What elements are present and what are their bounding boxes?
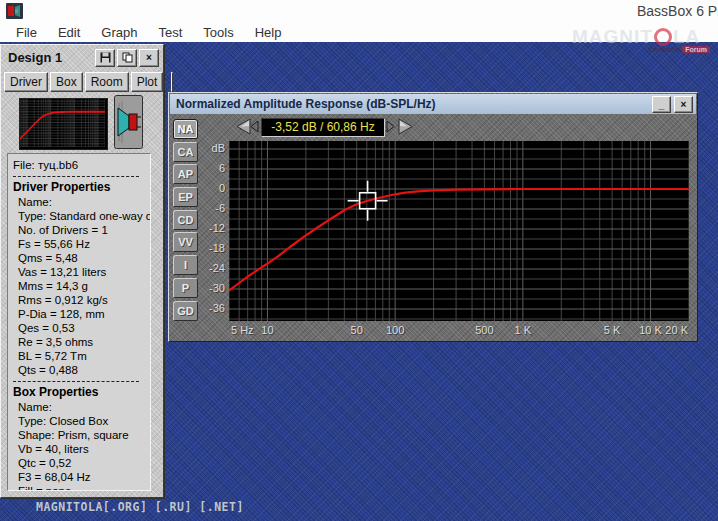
y-tick--18: -18 (197, 242, 225, 254)
y-tick--12: -12 (197, 222, 225, 234)
graph-tab-ap[interactable]: AP (173, 164, 198, 184)
graph-type-buttons: NACAAPEPCDVVIPGD (173, 119, 198, 321)
close-design-button[interactable]: × (139, 49, 159, 67)
box-property-line: F3 = 68,04 Hz (13, 470, 150, 484)
driver-property-line: No. of Drivers = 1 (13, 223, 150, 237)
driver-property-line: P-Dia = 128, mm (13, 307, 150, 321)
app-desktop: Design 1 × Dr (0, 42, 718, 521)
box-property-line: Name: (13, 400, 150, 414)
graph-tab-cd[interactable]: CD (173, 210, 198, 230)
speaker-box-icon (114, 95, 143, 149)
graph-tab-ep[interactable]: EP (173, 187, 198, 207)
box-property-line: Qtc = 0,52 (13, 456, 150, 470)
design-panel-titlebar[interactable]: Design 1 × (3, 47, 161, 68)
bassbox-app-window: BassBox 6 Pr FileEditGraphTestToolsHelp … (0, 0, 718, 521)
driver-property-line: Qts = 0,488 (13, 363, 150, 377)
save-button[interactable] (95, 49, 115, 67)
x-tick-20k: 20 K (665, 324, 688, 336)
driver-property-line: Mms = 14,3 g (13, 279, 150, 293)
y-tick--6: -6 (197, 202, 225, 214)
driver-properties-list: Name:Type: Standard one-way drivNo. of D… (13, 195, 150, 377)
close-graph-button[interactable]: × (674, 96, 693, 113)
save-icon (100, 52, 111, 63)
x-tick-1k: 1 K (515, 324, 532, 336)
driver-property-line: Fs = 55,66 Hz (13, 237, 150, 251)
close-icon: × (146, 52, 152, 63)
menu-file[interactable]: File (8, 24, 45, 41)
minimize-button[interactable]: _ (652, 96, 671, 113)
box-property-line: Fill = none (13, 484, 150, 491)
x-tick-100: 100 (386, 324, 404, 336)
plot-color-swatch[interactable] (171, 72, 173, 92)
step-left-button[interactable] (249, 118, 260, 135)
close-icon: × (681, 100, 687, 109)
graph-window: Normalized Amplitude Response (dB-SPL/Hz… (168, 92, 698, 342)
copy-icon (122, 52, 133, 63)
graph-window-title: Normalized Amplitude Response (dB-SPL/Hz… (170, 97, 652, 111)
driver-property-line: Rms = 0,912 kg/s (13, 293, 150, 307)
duplicate-button[interactable] (117, 49, 137, 67)
graph-tab-i[interactable]: I (173, 255, 198, 275)
cursor-readout-display: -3,52 dB / 60,86 Hz (261, 118, 385, 137)
tab-driver[interactable]: Driver (4, 72, 48, 92)
amplitude-plot[interactable] (229, 141, 689, 321)
x-tick-50: 50 (351, 324, 363, 336)
driver-property-line: Type: Standard one-way driv (13, 209, 150, 223)
x-tick-5k: 5 K (604, 324, 621, 336)
box-properties-list: Name:Type: Closed BoxShape: Prism, squar… (13, 400, 150, 491)
x-tick-500: 500 (475, 324, 493, 336)
driver-property-line: Qes = 0,53 (13, 321, 150, 335)
menu-edit[interactable]: Edit (50, 24, 88, 41)
plot-background (229, 141, 689, 321)
x-tick-5hz: 5 Hz (231, 324, 254, 336)
separator (13, 176, 139, 177)
bassbox-app-icon (6, 3, 23, 19)
step-right-fast-button[interactable] (397, 118, 414, 135)
step-right-button[interactable] (385, 118, 396, 135)
graph-tab-vv[interactable]: VV (173, 232, 198, 252)
graph-tab-gd[interactable]: GD (173, 301, 198, 321)
y-tick--30: -30 (197, 282, 225, 294)
graph-tab-na[interactable]: NA (173, 119, 198, 139)
tab-room[interactable]: Room (85, 72, 129, 92)
graph-window-titlebar[interactable]: Normalized Amplitude Response (dB-SPL/Hz… (170, 94, 696, 114)
y-tick--36: -36 (197, 302, 225, 314)
driver-property-line: Qms = 5,48 (13, 251, 150, 265)
separator (13, 381, 139, 382)
design-panel-title: Design 1 (3, 50, 95, 65)
main-titlebar: BassBox 6 Pr (0, 0, 718, 22)
y-tick-db: dB (197, 142, 225, 154)
cursor-readout-row: -3,52 dB / 60,86 Hz (169, 115, 697, 139)
box-property-line: Type: Closed Box (13, 414, 150, 428)
response-thumbnail (19, 98, 108, 150)
menu-tools[interactable]: Tools (195, 24, 241, 41)
tab-box[interactable]: Box (50, 72, 83, 92)
properties-info-box: File: туц.bb6 Driver Properties Name:Typ… (7, 153, 151, 491)
x-tick-10: 10 (261, 324, 273, 336)
y-tick--24: -24 (197, 262, 225, 274)
tab-plot[interactable]: Plot (131, 72, 164, 92)
menu-graph[interactable]: Graph (93, 24, 145, 41)
driver-properties-heading: Driver Properties (13, 180, 150, 194)
box-property-line: Vb = 40, liters (13, 442, 150, 456)
design-panel-tabs: DriverBoxRoomPlot (4, 71, 161, 93)
menu-help[interactable]: Help (247, 24, 290, 41)
driver-property-line: BL = 5,72 Tm (13, 349, 150, 363)
menu-test[interactable]: Test (151, 24, 191, 41)
amplitude-plot-chart (229, 141, 689, 321)
file-label: File: туц.bb6 (13, 158, 150, 172)
y-tick-0: 0 (197, 182, 225, 194)
design-panel: Design 1 × Dr (0, 44, 164, 498)
box-property-line: Shape: Prism, square (13, 428, 150, 442)
graph-tab-p[interactable]: P (173, 278, 198, 298)
minimize-icon: _ (659, 100, 665, 109)
x-tick-10k: 10 K (639, 324, 662, 336)
y-tick-6: 6 (197, 162, 225, 174)
driver-property-line: Re = 3,5 ohms (13, 335, 150, 349)
driver-property-line: Vas = 13,21 liters (13, 265, 150, 279)
window-title: BassBox 6 Pr (637, 3, 718, 19)
box-properties-heading: Box Properties (13, 385, 150, 399)
graph-tab-ca[interactable]: CA (173, 142, 198, 162)
response-thumbnail-chart (20, 99, 105, 147)
menu-bar: FileEditGraphTestToolsHelp (0, 22, 718, 42)
